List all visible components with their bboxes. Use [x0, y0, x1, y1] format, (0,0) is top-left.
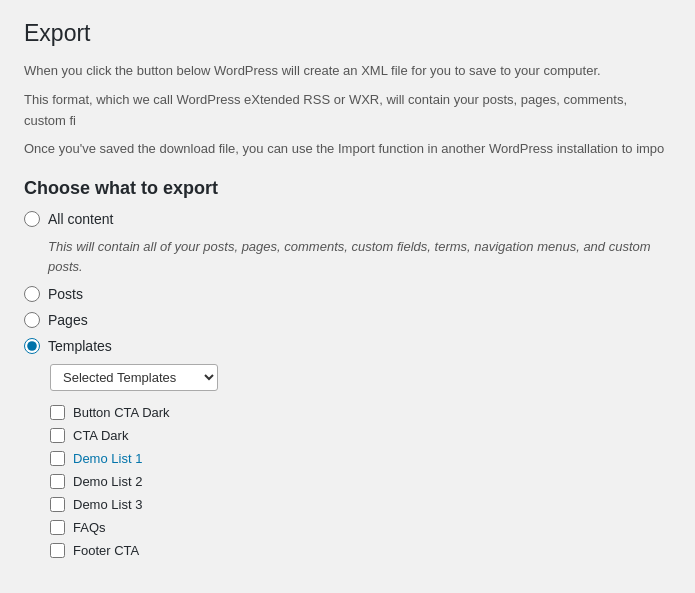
radio-label-templates: Templates	[48, 338, 112, 354]
checkbox-item-btn-cta-dark: Button CTA Dark	[50, 405, 671, 420]
checkbox-label-demo-list-3: Demo List 3	[73, 497, 142, 512]
checkbox-footer-cta[interactable]	[50, 543, 65, 558]
checkbox-cta-dark[interactable]	[50, 428, 65, 443]
radio-label-pages: Pages	[48, 312, 88, 328]
export-options: All content This will contain all of you…	[24, 211, 671, 354]
radio-all-content[interactable]	[24, 211, 40, 227]
checkbox-label-demo-list-2: Demo List 2	[73, 474, 142, 489]
checkbox-btn-cta-dark[interactable]	[50, 405, 65, 420]
templates-select-container: Selected Templates All Templates	[50, 364, 671, 391]
description-1: When you click the button below WordPres…	[24, 61, 671, 82]
checkbox-demo-list-3[interactable]	[50, 497, 65, 512]
page-title: Export	[24, 20, 671, 47]
radio-pages[interactable]	[24, 312, 40, 328]
radio-templates[interactable]	[24, 338, 40, 354]
templates-checkbox-list: Button CTA Dark CTA Dark Demo List 1 Dem…	[50, 405, 671, 558]
checkbox-item-cta-dark: CTA Dark	[50, 428, 671, 443]
checkbox-label-footer-cta: Footer CTA	[73, 543, 139, 558]
checkbox-label-demo-list-1: Demo List 1	[73, 451, 142, 466]
description-2: This format, which we call WordPress eXt…	[24, 90, 671, 132]
all-content-note: This will contain all of your posts, pag…	[48, 237, 671, 276]
selected-templates-dropdown[interactable]: Selected Templates All Templates	[50, 364, 218, 391]
checkbox-item-demo-list-1: Demo List 1	[50, 451, 671, 466]
description-3: Once you've saved the download file, you…	[24, 139, 671, 160]
checkbox-faqs[interactable]	[50, 520, 65, 535]
radio-option-pages: Pages	[24, 312, 671, 328]
radio-label-all-content: All content	[48, 211, 113, 227]
checkbox-demo-list-2[interactable]	[50, 474, 65, 489]
radio-label-posts: Posts	[48, 286, 83, 302]
checkbox-item-faqs: FAQs	[50, 520, 671, 535]
checkbox-label-faqs: FAQs	[73, 520, 106, 535]
checkbox-demo-list-1[interactable]	[50, 451, 65, 466]
checkbox-item-demo-list-3: Demo List 3	[50, 497, 671, 512]
checkbox-label-cta-dark: CTA Dark	[73, 428, 128, 443]
checkbox-item-footer-cta: Footer CTA	[50, 543, 671, 558]
checkbox-label-btn-cta-dark: Button CTA Dark	[73, 405, 170, 420]
radio-option-all-content: All content	[24, 211, 671, 227]
radio-posts[interactable]	[24, 286, 40, 302]
checkbox-item-demo-list-2: Demo List 2	[50, 474, 671, 489]
radio-option-templates: Templates	[24, 338, 671, 354]
radio-option-posts: Posts	[24, 286, 671, 302]
section-title: Choose what to export	[24, 178, 671, 199]
